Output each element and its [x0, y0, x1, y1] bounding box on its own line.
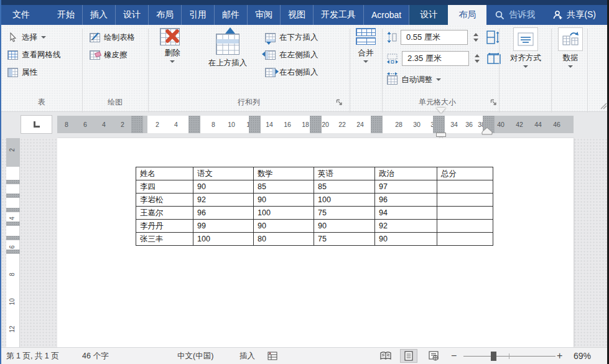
table-cell[interactable]: 语文	[193, 167, 254, 180]
table-cell[interactable]: 姓名	[136, 167, 193, 180]
tab-table-layout-active[interactable]: 布局	[448, 5, 486, 25]
table-cell[interactable]: 80	[254, 233, 314, 246]
zoom-in-button[interactable]: +	[557, 348, 562, 364]
select-button[interactable]: 选择	[9, 30, 46, 45]
macro-record-icon[interactable]	[267, 352, 277, 364]
tab-view[interactable]: 视图	[281, 5, 314, 25]
ruler-row-marker[interactable]	[6, 194, 20, 198]
language-indicator[interactable]: 中文(中国)	[177, 348, 213, 364]
table-cell[interactable]: 100	[193, 233, 254, 246]
properties-button[interactable]: 属性	[7, 65, 37, 80]
zoom-slider-handle[interactable]	[491, 352, 496, 361]
view-gridlines-button[interactable]: 查看网格线	[7, 47, 61, 62]
alignment-button[interactable]: 对齐方式	[503, 27, 549, 68]
table-cell[interactable]: 张三丰	[136, 233, 193, 246]
tab-references[interactable]: 引用	[182, 5, 215, 25]
right-indent-marker[interactable]	[481, 128, 493, 135]
word-count[interactable]: 46 个字	[82, 348, 108, 364]
ruler-row-marker[interactable]	[6, 236, 20, 240]
table-cell[interactable]: 92	[193, 194, 254, 207]
table-cell[interactable]: 英语	[314, 167, 375, 180]
table-cell[interactable]	[437, 194, 493, 207]
vertical-ruler[interactable]: 24681012	[6, 138, 20, 347]
left-indent-marker[interactable]	[436, 133, 446, 137]
table-cell[interactable]: 李四	[136, 180, 193, 194]
read-mode-button[interactable]	[377, 349, 394, 363]
tab-acrobat[interactable]: Acrobat	[364, 5, 409, 25]
insert-above-button[interactable]: 在上方插入	[195, 27, 260, 68]
ruler-column-marker[interactable]	[131, 116, 143, 133]
table-row[interactable]: 张三丰100807590	[136, 233, 493, 246]
tab-insert[interactable]: 插入	[83, 5, 116, 25]
table-cell[interactable]: 92	[375, 220, 437, 233]
table-header-row[interactable]: 姓名语文数学英语政治总分	[136, 167, 493, 180]
ruler-column-marker[interactable]	[249, 116, 261, 133]
table-cell[interactable]	[437, 207, 493, 220]
table-cell[interactable]: 100	[314, 194, 375, 207]
table-cell[interactable]: 75	[314, 207, 375, 220]
tab-developer[interactable]: 开发工具	[314, 5, 364, 25]
table-cell[interactable]: 李丹丹	[136, 220, 193, 233]
insert-below-button[interactable]: 在下方插入	[265, 30, 318, 45]
table-cell[interactable]: 政治	[375, 167, 437, 180]
tab-design[interactable]: 设计	[116, 5, 149, 25]
insert-left-button[interactable]: 在左侧插入	[265, 47, 318, 62]
table-cell[interactable]: 90	[254, 220, 314, 233]
dialog-launcher-icon[interactable]	[490, 99, 498, 106]
tab-table-design[interactable]: 设计	[409, 5, 448, 25]
tab-layout[interactable]: 布局	[149, 5, 182, 25]
table-cell[interactable]	[437, 233, 493, 246]
table-cell[interactable]: 数学	[254, 167, 314, 180]
autofit-button[interactable]: 自动调整	[387, 72, 441, 87]
eraser-button[interactable]: 橡皮擦	[90, 47, 128, 62]
ruler-row-marker[interactable]	[6, 180, 20, 184]
tab-mailings[interactable]: 邮件	[215, 5, 248, 25]
web-layout-button[interactable]	[425, 349, 442, 363]
table-cell[interactable]: 96	[193, 207, 254, 220]
table-cell[interactable]: 王嘉尔	[136, 207, 193, 220]
merge-button[interactable]: 合并	[351, 27, 381, 63]
tab-home[interactable]: 开始	[50, 5, 83, 25]
ruler-column-marker[interactable]	[188, 116, 200, 133]
horizontal-ruler[interactable]: 8642248101214161820222428303234363840424…	[57, 116, 574, 133]
table-cell[interactable]: 85	[314, 180, 375, 194]
delete-button[interactable]: 删除	[154, 27, 190, 63]
table-cell[interactable]: 75	[314, 233, 375, 246]
table-cell[interactable]: 85	[254, 180, 314, 194]
table-cell[interactable]: 90	[254, 194, 314, 207]
table-cell[interactable]: 100	[254, 207, 314, 220]
zoom-slider-track[interactable]	[463, 356, 556, 357]
table-cell[interactable]: 90	[193, 180, 254, 194]
first-line-indent-marker[interactable]	[436, 113, 446, 124]
column-width-stepper[interactable]	[475, 54, 480, 63]
share-button[interactable]: 共享(S)	[553, 5, 596, 25]
table-row[interactable]: 李四90858597	[136, 180, 493, 194]
table-row[interactable]: 李岩松929010096	[136, 194, 493, 207]
insert-right-button[interactable]: 在右侧插入	[265, 65, 318, 80]
column-width-input[interactable]: 2.35 厘米	[402, 51, 469, 66]
page-info[interactable]: 第 1 页, 共 1 页	[6, 348, 59, 364]
row-height-input[interactable]: 0.55 厘米	[401, 30, 468, 45]
table-cell[interactable]: 90	[314, 220, 375, 233]
insert-mode-indicator[interactable]: 插入	[239, 348, 255, 364]
table-row[interactable]: 李丹丹99909092	[136, 220, 493, 233]
ruler-column-marker[interactable]	[310, 116, 322, 133]
table-cell[interactable]: 90	[375, 233, 437, 246]
table-cell[interactable]	[437, 220, 493, 233]
data-button[interactable]: 数据	[555, 27, 586, 68]
table-cell[interactable]: 96	[375, 194, 437, 207]
print-layout-button[interactable]	[400, 349, 417, 363]
table-cell[interactable]: 97	[375, 180, 437, 194]
table-cell[interactable]	[437, 180, 493, 194]
table-cell[interactable]: 99	[193, 220, 254, 233]
zoom-level[interactable]: 69%	[574, 348, 591, 364]
document-page[interactable]: 姓名语文数学英语政治总分李四90858597李岩松929010096王嘉尔961…	[57, 138, 574, 347]
table-cell[interactable]: 总分	[437, 167, 493, 180]
row-height-stepper[interactable]	[473, 33, 478, 42]
distribute-rows-icon[interactable]	[486, 30, 500, 44]
table-row[interactable]: 王嘉尔961007594	[136, 207, 493, 220]
table-cell[interactable]: 李岩松	[136, 194, 193, 207]
tab-file[interactable]: 文件	[1, 5, 41, 25]
draw-table-button[interactable]: 绘制表格	[90, 30, 135, 45]
tab-review[interactable]: 审阅	[248, 5, 281, 25]
